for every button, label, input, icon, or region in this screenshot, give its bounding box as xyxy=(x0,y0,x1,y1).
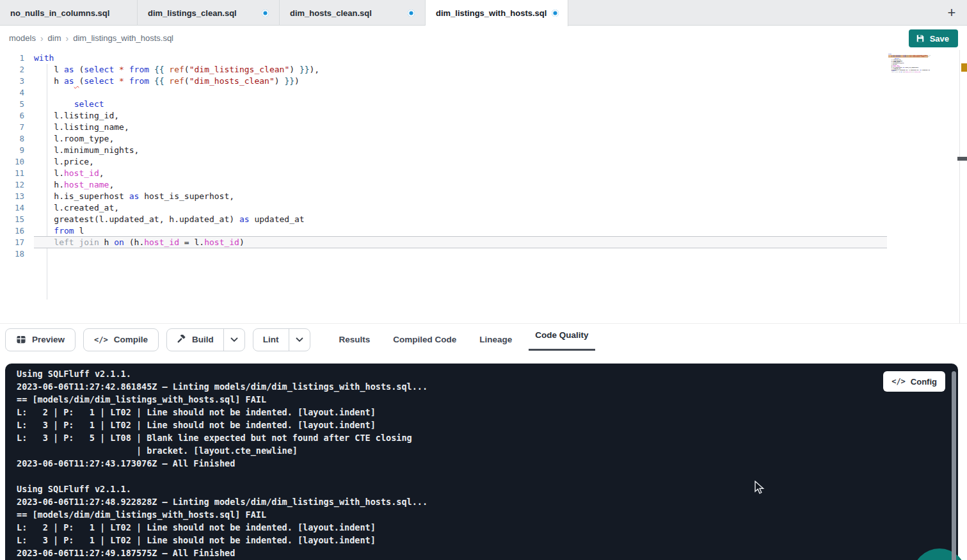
preview-button[interactable]: Preview xyxy=(5,328,76,351)
editor-scroll-track xyxy=(959,50,960,323)
breadcrumb-item[interactable]: dim_listings_with_hosts.sql xyxy=(73,33,173,43)
new-tab-button[interactable]: + xyxy=(943,4,961,22)
dbt-ide-window: no_nulls_in_columns.sqldim_listings_clea… xyxy=(0,0,967,560)
code-line[interactable]: l.host_id, xyxy=(34,168,887,179)
line-number: 9 xyxy=(0,145,24,156)
modified-dot-icon xyxy=(408,10,415,17)
hammer-icon xyxy=(177,335,186,344)
terminal-scrollbar[interactable] xyxy=(952,371,956,560)
code-line[interactable]: with xyxy=(34,52,887,64)
lint-button-group: Lint xyxy=(253,328,310,351)
code-line[interactable]: l.listing_name, xyxy=(34,122,887,133)
tab-label: dim_hosts_clean.sql xyxy=(290,8,372,18)
overview-ruler-warning-marker xyxy=(961,63,967,72)
editor-action-toolbar: Preview </> Compile Build xyxy=(0,323,967,355)
tab-label: dim_listings_with_hosts.sql xyxy=(436,8,547,18)
code-line[interactable]: l.room_type, xyxy=(34,133,887,145)
code-line[interactable]: h as (select * from {{ ref("dim_hosts_cl… xyxy=(34,76,887,87)
terminal-line: == [models/dim/dim_listings_with_hosts.s… xyxy=(17,393,881,406)
line-number-gutter: 123456789101112131415161718 xyxy=(0,52,24,260)
terminal-line: L: 3 | P: 1 | LT02 | Line should not be … xyxy=(17,419,881,431)
modified-dot-icon xyxy=(262,10,269,17)
terminal-line: | bracket. [layout.cte_newline] xyxy=(17,444,881,457)
lint-options-chevron[interactable] xyxy=(289,329,310,351)
code-line[interactable]: h.is_superhost as host_is_superhost, xyxy=(34,191,887,202)
result-panel-tabs: ResultsCompiled CodeLineageCode Quality xyxy=(337,335,591,344)
lint-button-label: Lint xyxy=(263,335,279,344)
code-line[interactable]: greatest(l.updated_at, h.updated_at) as … xyxy=(34,214,887,225)
tab-label: no_nulls_in_columns.sql xyxy=(10,8,109,18)
code-line[interactable]: h.host_name, xyxy=(34,179,887,191)
code-line[interactable]: left join h on (h.host_id = l.host_id) xyxy=(34,236,887,248)
breadcrumb: models›dim›dim_listings_with_hosts.sql xyxy=(9,33,173,44)
minimap-line: h as (select * from {{ ref("dim_hosts_cl… xyxy=(888,56,931,58)
compile-button-label: Compile xyxy=(114,335,148,344)
code-brackets-icon: </> xyxy=(94,335,108,344)
breadcrumb-separator-icon: › xyxy=(66,33,69,44)
save-button[interactable]: Save xyxy=(909,29,958,47)
panel-tab-compiled-code[interactable]: Compiled Code xyxy=(391,335,458,344)
lint-output-terminal: Using SQLFluff v2.1.1.2023-06-06T11:27:4… xyxy=(5,364,958,560)
lint-button[interactable]: Lint xyxy=(253,329,289,351)
panel-tab-results[interactable]: Results xyxy=(337,335,372,344)
panel-tab-code-quality[interactable]: Code Quality xyxy=(533,330,590,340)
code-line[interactable] xyxy=(34,248,887,260)
line-number: 16 xyxy=(0,225,24,237)
line-number: 8 xyxy=(0,133,24,145)
line-number: 5 xyxy=(0,99,24,110)
minimap-code[interactable]: with l as (select * from {{ ref("dim_lis… xyxy=(888,54,931,74)
tab-dim_listings_with_hosts.sql[interactable]: dim_listings_with_hosts.sql xyxy=(426,0,568,26)
terminal-line: L: 3 | P: 5 | LT08 | Blank line expected… xyxy=(17,431,881,444)
line-number: 4 xyxy=(0,87,24,99)
line-number: 15 xyxy=(0,214,24,225)
code-line[interactable]: from l xyxy=(34,225,887,237)
terminal-line: 2023-06-06T11:27:49.187575Z — All Finish… xyxy=(17,547,881,559)
terminal-line: 2023-06-06T11:27:43.173076Z — All Finish… xyxy=(17,457,881,470)
compile-button[interactable]: </> Compile xyxy=(83,328,159,351)
breadcrumb-row: models›dim›dim_listings_with_hosts.sql S… xyxy=(0,26,967,50)
breadcrumb-item[interactable]: models xyxy=(9,33,36,43)
terminal-line: L: 3 | P: 1 | LT02 | Line should not be … xyxy=(17,534,881,547)
panel-tab-lineage[interactable]: Lineage xyxy=(477,335,514,344)
line-number: 17 xyxy=(0,237,24,248)
line-number: 14 xyxy=(0,202,24,214)
terminal-line: L: 2 | P: 1 | LT02 | Line should not be … xyxy=(17,406,881,419)
terminal-line: Using SQLFluff v2.1.1. xyxy=(17,483,881,495)
save-icon xyxy=(916,34,925,43)
code-line[interactable]: l.listing_id, xyxy=(34,110,887,122)
terminal-log: Using SQLFluff v2.1.1.2023-06-06T11:27:4… xyxy=(17,367,881,559)
overview-ruler-position-marker xyxy=(957,157,967,161)
line-number: 11 xyxy=(0,168,24,179)
code-brackets-icon: </> xyxy=(891,377,906,386)
tab-dim_hosts_clean.sql[interactable]: dim_hosts_clean.sql xyxy=(280,0,426,26)
line-number: 1 xyxy=(0,52,24,64)
tab-no_nulls_in_columns.sql[interactable]: no_nulls_in_columns.sql xyxy=(0,0,138,26)
build-options-chevron[interactable] xyxy=(223,329,244,351)
tab-dim_listings_clean.sql[interactable]: dim_listings_clean.sql xyxy=(138,0,280,26)
breadcrumb-item[interactable]: dim xyxy=(48,33,61,43)
config-button-label: Config xyxy=(911,377,937,387)
code-line[interactable]: l.minimum_nights, xyxy=(34,145,887,156)
build-button-label: Build xyxy=(192,335,214,344)
code-line[interactable]: l.created_at, xyxy=(34,202,887,214)
sql-code-editor[interactable]: 123456789101112131415161718 with l as (s… xyxy=(0,50,967,323)
modified-dot-icon xyxy=(552,10,559,17)
build-button[interactable]: Build xyxy=(167,329,223,351)
preview-grid-icon xyxy=(16,335,26,344)
code-line[interactable]: l as (select * from {{ ref("dim_listings… xyxy=(34,64,887,76)
code-lines[interactable]: with l as (select * from {{ ref("dim_lis… xyxy=(34,52,887,260)
terminal-line: 2023-06-06T11:27:42.861845Z — Linting mo… xyxy=(17,380,881,393)
minimap-line xyxy=(888,73,931,74)
code-line[interactable] xyxy=(34,87,887,99)
line-number: 12 xyxy=(0,179,24,191)
line-number: 2 xyxy=(0,64,24,76)
file-tab-bar: no_nulls_in_columns.sqldim_listings_clea… xyxy=(0,0,967,26)
code-line[interactable]: l.price, xyxy=(34,156,887,168)
config-button[interactable]: </> Config xyxy=(883,371,945,392)
code-line[interactable]: select xyxy=(34,99,887,110)
preview-button-label: Preview xyxy=(32,335,65,344)
save-button-label: Save xyxy=(930,34,949,44)
line-number: 7 xyxy=(0,122,24,133)
terminal-line: Using SQLFluff v2.1.1. xyxy=(17,367,881,380)
line-number: 13 xyxy=(0,191,24,202)
